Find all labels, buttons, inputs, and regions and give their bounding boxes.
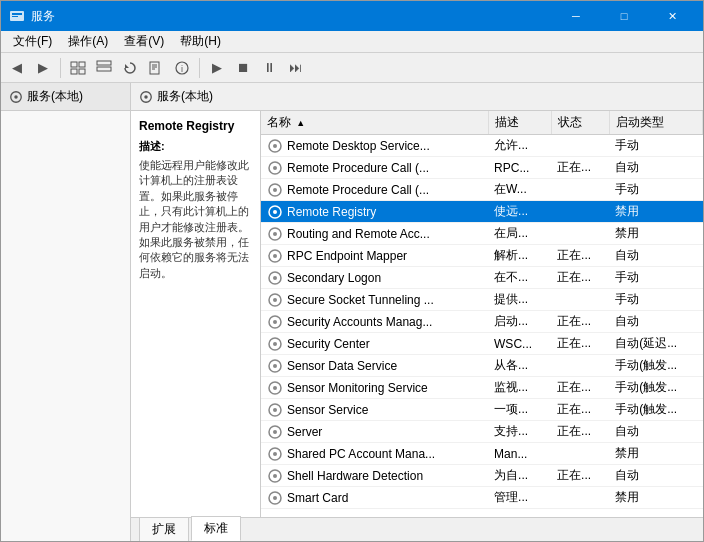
- back-button[interactable]: ◀: [5, 56, 29, 80]
- service-name: Server: [287, 425, 322, 439]
- table-row[interactable]: Security CenterWSC...正在...自动(延迟...: [261, 333, 703, 355]
- service-name: Routing and Remote Acc...: [287, 227, 430, 241]
- svg-rect-2: [12, 16, 18, 17]
- info-button[interactable]: i: [170, 56, 194, 80]
- right-panel-title: 服务(本地): [157, 88, 213, 105]
- table-row[interactable]: Security Accounts Manag...启动...正在...自动: [261, 311, 703, 333]
- menu-view[interactable]: 查看(V): [116, 31, 172, 52]
- svg-text:i: i: [181, 64, 183, 74]
- table-row[interactable]: Remote Procedure Call (... 在W...手动: [261, 179, 703, 201]
- svg-point-31: [273, 254, 277, 258]
- table-row[interactable]: Secure Socket Tunneling ...提供...手动: [261, 289, 703, 311]
- services-list[interactable]: 名称 ▲ 描述 状态 启动类型 Remote Desktop Service..…: [261, 111, 703, 517]
- service-name: RPC Endpoint Mapper: [287, 249, 407, 263]
- service-desc: 提供...: [488, 289, 551, 311]
- menu-bar: 文件(F) 操作(A) 查看(V) 帮助(H): [1, 31, 703, 53]
- service-status: [551, 135, 609, 157]
- service-status: 正在...: [551, 157, 609, 179]
- svg-point-19: [144, 95, 148, 99]
- col-desc[interactable]: 描述: [488, 111, 551, 135]
- service-name: Smart Card: [287, 491, 348, 505]
- close-button[interactable]: ✕: [649, 1, 695, 31]
- refresh-icon: [122, 60, 138, 76]
- service-status: 正在...: [551, 377, 609, 399]
- export-button[interactable]: [144, 56, 168, 80]
- bottom-tabs: 扩展 标准: [131, 517, 703, 541]
- svg-point-53: [273, 496, 277, 500]
- service-name-cell: Remote Procedure Call (...: [261, 179, 488, 201]
- tab-expand[interactable]: 扩展: [139, 517, 189, 541]
- svg-point-33: [273, 276, 277, 280]
- col-status[interactable]: 状态: [551, 111, 609, 135]
- col-name[interactable]: 名称 ▲: [261, 111, 488, 135]
- service-status: 正在...: [551, 421, 609, 443]
- col-startup[interactable]: 启动类型: [609, 111, 702, 135]
- svg-point-41: [273, 364, 277, 368]
- info-icon: i: [174, 60, 190, 76]
- service-desc: 在局...: [488, 223, 551, 245]
- service-icon: [267, 248, 283, 264]
- main-window: 服务 ─ □ ✕ 文件(F) 操作(A) 查看(V) 帮助(H) ◀ ▶: [0, 0, 704, 542]
- svg-rect-7: [97, 61, 111, 65]
- maximize-button[interactable]: □: [601, 1, 647, 31]
- table-row[interactable]: Remote Desktop Service...允许...手动: [261, 135, 703, 157]
- service-desc: 使远...: [488, 201, 551, 223]
- stop-service-button[interactable]: ⏹: [231, 56, 255, 80]
- show-tree-button[interactable]: [66, 56, 90, 80]
- service-status: [551, 179, 609, 201]
- service-name-cell: Server: [261, 421, 488, 443]
- service-startup: 自动: [609, 245, 702, 267]
- svg-rect-6: [79, 69, 85, 74]
- resume-service-button[interactable]: ⏭: [283, 56, 307, 80]
- refresh-button[interactable]: [118, 56, 142, 80]
- pause-service-button[interactable]: ⏸: [257, 56, 281, 80]
- table-row[interactable]: Sensor Monitoring Service监视...正在...手动(触发…: [261, 377, 703, 399]
- services-tbody: Remote Desktop Service...允许...手动Remote P…: [261, 135, 703, 509]
- service-name: Sensor Monitoring Service: [287, 381, 428, 395]
- service-name: Security Accounts Manag...: [287, 315, 432, 329]
- svg-rect-3: [71, 62, 77, 67]
- service-name: Remote Registry: [287, 205, 376, 219]
- window-title: 服务: [31, 8, 55, 25]
- service-desc: 解析...: [488, 245, 551, 267]
- service-icon: [267, 226, 283, 242]
- table-row[interactable]: Remote Procedure Call (...RPC...正在...自动: [261, 157, 703, 179]
- forward-button[interactable]: ▶: [31, 56, 55, 80]
- tab-standard[interactable]: 标准: [191, 516, 241, 541]
- service-desc: 支持...: [488, 421, 551, 443]
- table-row[interactable]: Routing and Remote Acc...在局...禁用: [261, 223, 703, 245]
- table-row[interactable]: Smart Card管理...禁用: [261, 487, 703, 509]
- toolbar: ◀ ▶: [1, 53, 703, 83]
- table-row[interactable]: Shared PC Account Mana...Man...禁用: [261, 443, 703, 465]
- left-panel: 服务(本地): [1, 83, 131, 541]
- services-local-icon: [9, 90, 23, 104]
- services-table: 名称 ▲ 描述 状态 启动类型 Remote Desktop Service..…: [261, 111, 703, 509]
- menu-file[interactable]: 文件(F): [5, 31, 60, 52]
- view2-button[interactable]: [92, 56, 116, 80]
- table-row[interactable]: Sensor Service一项...正在...手动(触发...: [261, 399, 703, 421]
- title-bar: 服务 ─ □ ✕: [1, 1, 703, 31]
- table-row[interactable]: RPC Endpoint Mapper解析...正在...自动: [261, 245, 703, 267]
- start-service-button[interactable]: ▶: [205, 56, 229, 80]
- menu-action[interactable]: 操作(A): [60, 31, 116, 52]
- table-row[interactable]: Server支持...正在...自动: [261, 421, 703, 443]
- table-row[interactable]: Remote Registry使远...禁用: [261, 201, 703, 223]
- svg-point-27: [273, 210, 277, 214]
- minimize-button[interactable]: ─: [553, 1, 599, 31]
- service-desc: 允许...: [488, 135, 551, 157]
- service-name-heading: Remote Registry: [139, 119, 252, 133]
- menu-help[interactable]: 帮助(H): [172, 31, 229, 52]
- service-startup: 自动: [609, 157, 702, 179]
- svg-point-43: [273, 386, 277, 390]
- export-icon: [148, 60, 164, 76]
- window-controls: ─ □ ✕: [553, 1, 695, 31]
- table-row[interactable]: Shell Hardware Detection为自...正在...自动: [261, 465, 703, 487]
- description-label: 描述:: [139, 139, 252, 154]
- service-name: Remote Procedure Call (...: [287, 161, 429, 175]
- tree-icon: [70, 60, 86, 76]
- table-row[interactable]: Secondary Logon在不...正在...手动: [261, 267, 703, 289]
- service-name-cell: Smart Card: [261, 487, 488, 509]
- service-name: Remote Desktop Service...: [287, 139, 430, 153]
- service-status: 正在...: [551, 311, 609, 333]
- table-row[interactable]: Sensor Data Service从各...手动(触发...: [261, 355, 703, 377]
